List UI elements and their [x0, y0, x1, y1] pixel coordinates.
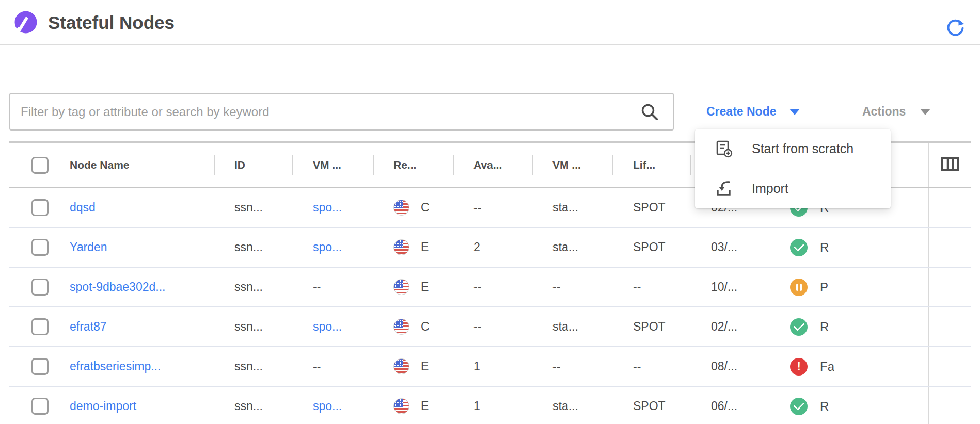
- region-cell: E: [373, 268, 453, 306]
- vm-link[interactable]: spo...: [313, 240, 342, 254]
- us-flag-icon: [393, 200, 409, 216]
- stateful-nodes-page: Stateful Nodes Create Node Actions: [0, 0, 980, 424]
- lifecycle-cell: --: [612, 268, 690, 306]
- row-checkbox[interactable]: [31, 358, 49, 375]
- menu-item-start-from-scratch[interactable]: Start from scratch: [695, 129, 891, 169]
- node-name-cell: Yarden: [60, 228, 214, 267]
- header-region[interactable]: Re...: [373, 143, 453, 187]
- header-node-name[interactable]: Node Name: [60, 143, 214, 187]
- node-name-link[interactable]: demo-import: [70, 399, 136, 413]
- availability-cell: --: [453, 307, 532, 346]
- header-vm-size[interactable]: VM ...: [532, 143, 612, 187]
- menu-item-label: Import: [752, 181, 788, 196]
- availability-cell: --: [453, 188, 532, 227]
- node-name-link[interactable]: Yarden: [70, 240, 107, 254]
- vm-cell: spo...: [292, 387, 373, 424]
- region-cell: E: [373, 347, 453, 386]
- vm-size-cell: sta...: [532, 307, 612, 346]
- header-vm[interactable]: VM ...: [292, 143, 373, 187]
- row-checkbox[interactable]: [31, 239, 49, 256]
- us-flag-icon: [393, 239, 409, 255]
- header-select-cell: [9, 143, 60, 187]
- spot-logo-icon: [11, 10, 38, 37]
- vm-link[interactable]: --: [313, 280, 321, 294]
- vm-size-cell: sta...: [532, 188, 612, 227]
- new-document-icon: [715, 140, 733, 158]
- availability-cell: 1: [453, 387, 532, 424]
- row-select-cell: [9, 268, 60, 306]
- menu-item-import[interactable]: Import: [695, 169, 891, 208]
- chevron-down-icon: [789, 109, 800, 115]
- status-icon: [790, 279, 808, 296]
- status-label: R: [820, 320, 829, 334]
- table-row: efratbseriesimp... ssn... -- E 1 -- -- 0…: [9, 347, 971, 387]
- header-id[interactable]: ID: [214, 143, 292, 187]
- node-id-cell: ssn...: [214, 387, 292, 424]
- table-row: spot-9dbae302d... ssn... -- E -- -- -- 1…: [9, 268, 971, 307]
- refresh-icon[interactable]: [946, 18, 966, 37]
- row-picker-spacer: [928, 307, 971, 346]
- region-cell: C: [373, 307, 453, 346]
- us-flag-icon: [393, 319, 409, 335]
- import-icon: [715, 180, 733, 198]
- vm-size-cell: sta...: [532, 387, 612, 424]
- node-id-cell: ssn...: [214, 347, 292, 386]
- filter-bar: [9, 93, 674, 131]
- node-name-cell: efratbseriesimp...: [60, 347, 214, 386]
- header-lifecycle[interactable]: Lif...: [612, 143, 690, 187]
- vm-size-cell: --: [532, 268, 612, 306]
- create-node-button[interactable]: Create Node: [706, 93, 800, 131]
- filter-input[interactable]: [9, 93, 674, 131]
- vm-size-cell: --: [532, 347, 612, 386]
- region-label: C: [421, 201, 430, 215]
- table-body: dqsd ssn... spo... C -- sta... SPOT 02/.…: [9, 188, 971, 424]
- status-label: R: [820, 240, 829, 255]
- status-icon: [790, 398, 808, 415]
- availability-cell: 2: [453, 228, 532, 267]
- table-row: demo-import ssn... spo... E 1 sta... SPO…: [9, 387, 971, 424]
- row-picker-spacer: [928, 387, 971, 424]
- us-flag-icon: [393, 279, 409, 295]
- row-select-cell: [9, 347, 60, 386]
- created-cell: 02/...: [690, 307, 769, 346]
- region-cell: C: [373, 188, 453, 227]
- column-picker-icon[interactable]: [941, 155, 959, 176]
- row-select-cell: [9, 228, 60, 267]
- region-label: C: [421, 320, 430, 334]
- node-name-link[interactable]: spot-9dbae302d...: [70, 280, 165, 294]
- actions-button[interactable]: Actions: [862, 93, 930, 131]
- table-row: Yarden ssn... spo... E 2 sta... SPOT 03/…: [9, 228, 971, 268]
- header-column-picker-cell: [928, 143, 971, 187]
- app-header: Stateful Nodes: [0, 0, 980, 45]
- region-label: E: [421, 360, 429, 373]
- status-cell: R: [769, 387, 928, 424]
- row-select-cell: [9, 387, 60, 424]
- header-availability[interactable]: Ava...: [453, 143, 532, 187]
- vm-cell: spo...: [292, 307, 373, 346]
- region-cell: E: [373, 228, 453, 267]
- status-label: P: [820, 280, 828, 295]
- node-name-link[interactable]: dqsd: [70, 201, 96, 215]
- created-cell: 10/...: [690, 268, 769, 306]
- row-picker-spacer: [928, 188, 971, 227]
- row-checkbox[interactable]: [31, 318, 49, 335]
- row-checkbox[interactable]: [31, 398, 49, 415]
- select-all-checkbox[interactable]: [31, 157, 49, 174]
- actions-label: Actions: [862, 105, 906, 119]
- vm-link[interactable]: spo...: [313, 320, 342, 334]
- status-cell: Fa: [769, 347, 928, 386]
- search-icon[interactable]: [640, 102, 659, 122]
- row-checkbox[interactable]: [31, 279, 49, 296]
- vm-link[interactable]: spo...: [313, 201, 342, 215]
- row-checkbox[interactable]: [31, 199, 49, 216]
- node-name-link[interactable]: efratbseriesimp...: [70, 360, 161, 373]
- vm-cell: --: [292, 347, 373, 386]
- us-flag-icon: [393, 358, 409, 374]
- chevron-down-icon: [920, 109, 930, 115]
- table-row: efrat87 ssn... spo... C -- sta... SPOT 0…: [9, 307, 971, 347]
- vm-link[interactable]: --: [313, 360, 321, 373]
- lifecycle-cell: SPOT: [612, 228, 690, 267]
- vm-link[interactable]: spo...: [313, 399, 342, 413]
- row-select-cell: [9, 188, 60, 227]
- node-name-link[interactable]: efrat87: [70, 320, 107, 334]
